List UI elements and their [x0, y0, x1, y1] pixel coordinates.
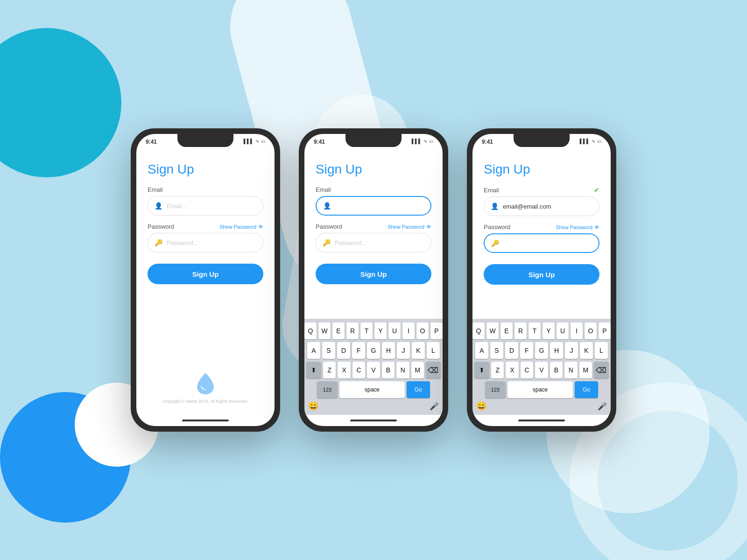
- mic-icon[interactable]: 🎤: [430, 402, 439, 411]
- key-b[interactable]: B: [382, 362, 395, 378]
- key-u[interactable]: U: [388, 322, 401, 339]
- phone-3-password-wrapper[interactable]: 🔑: [484, 233, 599, 253]
- key-e[interactable]: E: [500, 322, 513, 339]
- key-123[interactable]: 123: [485, 381, 506, 398]
- key-z[interactable]: Z: [323, 362, 336, 378]
- key-d[interactable]: D: [337, 342, 350, 359]
- key-m[interactable]: M: [579, 362, 592, 378]
- key-l[interactable]: L: [595, 342, 608, 359]
- phone-3-email-input[interactable]: 👤 email@email.com: [484, 196, 599, 216]
- key-123[interactable]: 123: [317, 381, 338, 398]
- key-j[interactable]: J: [565, 342, 578, 359]
- key-b[interactable]: B: [550, 362, 563, 378]
- phone-3-email-value: email@email.com: [503, 203, 551, 210]
- key-t[interactable]: T: [360, 322, 373, 339]
- key-space[interactable]: space: [507, 381, 573, 398]
- mic-icon[interactable]: 🎤: [598, 402, 607, 411]
- key-shift[interactable]: ⬆: [306, 362, 321, 378]
- key-w[interactable]: W: [318, 322, 331, 339]
- key-d[interactable]: D: [505, 342, 518, 359]
- key-r[interactable]: R: [514, 322, 527, 339]
- key-p[interactable]: P: [599, 322, 611, 339]
- key-a[interactable]: A: [475, 342, 488, 359]
- key-go[interactable]: Go: [407, 381, 430, 398]
- phone-1-email-input[interactable]: 👤 Email...: [148, 196, 263, 216]
- phone-2-password-placeholder: Password...: [335, 239, 366, 246]
- phone-2-title: Sign Up: [316, 162, 431, 177]
- phone-3-password-input[interactable]: 🔑: [484, 233, 599, 253]
- key-go[interactable]: Go: [575, 381, 598, 398]
- key-q[interactable]: Q: [304, 322, 317, 339]
- key-y[interactable]: Y: [543, 322, 555, 339]
- key-k[interactable]: K: [412, 342, 425, 359]
- key-v[interactable]: V: [367, 362, 380, 378]
- key-v[interactable]: V: [535, 362, 548, 378]
- phone-1-email-wrapper[interactable]: 👤 Email...: [148, 196, 263, 216]
- key-j[interactable]: J: [397, 342, 410, 359]
- phone-2-email-label-row: Email: [316, 186, 431, 193]
- key-s[interactable]: S: [490, 342, 503, 359]
- key-f[interactable]: F: [520, 342, 533, 359]
- key-g[interactable]: G: [367, 342, 380, 359]
- phone-3-email-wrapper[interactable]: 👤 email@email.com: [484, 196, 599, 216]
- key-z[interactable]: Z: [491, 362, 504, 378]
- person-icon: 👤: [323, 202, 331, 210]
- emoji-icon[interactable]: 😀: [476, 401, 486, 411]
- key-p[interactable]: P: [430, 322, 443, 339]
- key-u[interactable]: U: [557, 322, 569, 339]
- phone-1-signup-button[interactable]: Sign Up: [148, 264, 263, 284]
- key-h[interactable]: H: [382, 342, 395, 359]
- phone-3-password-label: Password: [484, 224, 510, 231]
- wifi-icon: ∿: [592, 139, 595, 144]
- phone-3-password-label-row: Password Show Password 👁: [484, 224, 599, 231]
- phone-1-logo: [196, 372, 215, 395]
- key-delete[interactable]: ⌫: [426, 362, 441, 378]
- key-x[interactable]: X: [338, 362, 350, 378]
- keyboard-row-4: 123 space Go: [306, 381, 441, 398]
- key-g[interactable]: G: [535, 342, 548, 359]
- phone-3-signup-button[interactable]: Sign Up: [484, 264, 599, 285]
- key-r[interactable]: R: [346, 322, 359, 339]
- phone-1-password-input[interactable]: 🔑 Password...: [148, 233, 263, 252]
- key-y[interactable]: Y: [374, 322, 387, 339]
- key-space[interactable]: space: [339, 381, 405, 398]
- key-i[interactable]: I: [571, 322, 583, 339]
- key-e[interactable]: E: [332, 322, 345, 339]
- phone-3-email-label: Email: [484, 187, 499, 194]
- phone-1-password-wrapper[interactable]: 🔑 Password...: [148, 233, 263, 252]
- key-n[interactable]: N: [396, 362, 409, 378]
- phone-2-password-wrapper[interactable]: 🔑 Password...: [316, 233, 431, 252]
- signal-icon: ▌▌▌: [244, 139, 254, 144]
- key-l[interactable]: L: [427, 342, 440, 359]
- phone-2-password-input[interactable]: 🔑 Password...: [316, 233, 431, 252]
- key-x[interactable]: X: [506, 362, 518, 378]
- key-s[interactable]: S: [322, 342, 335, 359]
- phone-3-email-group: Email ✔ 👤 email@email.com: [484, 186, 599, 216]
- key-a[interactable]: A: [307, 342, 320, 359]
- keyboard-row-4: 123 space Go: [474, 381, 609, 398]
- key-o[interactable]: O: [416, 322, 429, 339]
- key-t[interactable]: T: [529, 322, 541, 339]
- key-delete[interactable]: ⌫: [594, 362, 609, 378]
- key-shift[interactable]: ⬆: [474, 362, 489, 378]
- key-c[interactable]: C: [352, 362, 365, 378]
- emoji-icon[interactable]: 😀: [308, 401, 318, 411]
- key-i[interactable]: I: [402, 322, 415, 339]
- phone-2-show-password[interactable]: Show Password 👁: [388, 224, 431, 230]
- key-n[interactable]: N: [564, 362, 577, 378]
- key-k[interactable]: K: [580, 342, 593, 359]
- key-q[interactable]: Q: [472, 322, 485, 339]
- key-f[interactable]: F: [352, 342, 365, 359]
- phone-2-email-wrapper[interactable]: 👤: [316, 196, 431, 216]
- phone-3-time: 9:41: [482, 139, 493, 145]
- phone-1-show-password[interactable]: Show Password 👁: [219, 224, 263, 230]
- key-w[interactable]: W: [486, 322, 499, 339]
- key-m[interactable]: M: [411, 362, 424, 378]
- key-h[interactable]: H: [550, 342, 563, 359]
- phone-3-show-password[interactable]: Show Password 👁: [556, 224, 599, 230]
- key-c[interactable]: C: [521, 362, 533, 378]
- phone-1: 9:41 ▌▌▌ ∿ ▭ Sign Up Email 👤 Ema: [131, 128, 280, 432]
- phone-2-signup-button[interactable]: Sign Up: [316, 264, 431, 284]
- phone-2-email-input[interactable]: 👤: [316, 196, 431, 216]
- key-o[interactable]: O: [585, 322, 597, 339]
